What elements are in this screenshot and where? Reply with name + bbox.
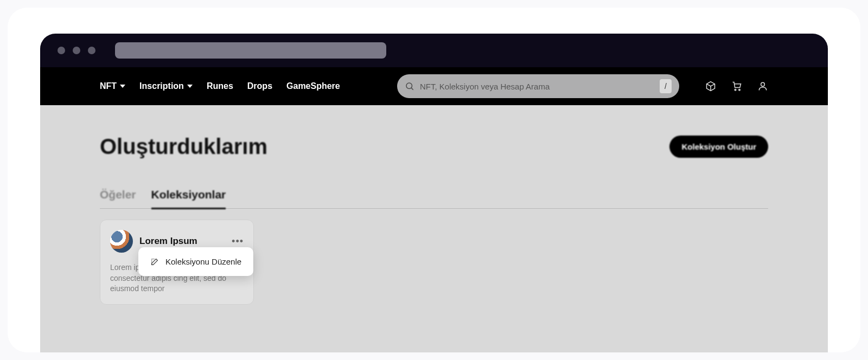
app-header: NFT Inscription Runes Drops GameSphere bbox=[40, 67, 828, 105]
header-icons bbox=[705, 81, 768, 92]
svg-point-3 bbox=[735, 89, 736, 91]
tabs: Öğeler Koleksiyonlar bbox=[100, 188, 768, 209]
box-icon[interactable] bbox=[705, 81, 716, 92]
nav-inscription[interactable]: Inscription bbox=[139, 81, 193, 91]
page-header-row: Oluşturduklarım Koleksiyon Oluştur bbox=[100, 134, 768, 159]
chevron-down-icon bbox=[187, 85, 193, 88]
search-placeholder: NFT, Koleksiyon veya Hesap Arama bbox=[420, 82, 654, 91]
nav-label: GameSphere bbox=[286, 81, 340, 91]
page-title: Oluşturduklarım bbox=[100, 134, 267, 159]
search-icon bbox=[405, 81, 414, 91]
more-icon[interactable]: ••• bbox=[232, 236, 244, 247]
nav-drops[interactable]: Drops bbox=[247, 81, 272, 91]
edit-collection-menuitem[interactable]: Koleksiyonu Düzenle bbox=[142, 250, 250, 273]
traffic-light-maximize[interactable] bbox=[88, 47, 95, 54]
collection-title: Lorem Ipsum bbox=[139, 236, 225, 247]
search-shortcut-badge: / bbox=[660, 79, 672, 93]
nav-label: NFT bbox=[100, 81, 117, 91]
svg-point-4 bbox=[739, 89, 741, 91]
nav-links: NFT Inscription Runes Drops GameSphere bbox=[100, 81, 340, 91]
create-collection-button[interactable]: Koleksiyon Oluştur bbox=[669, 136, 768, 158]
nav-gamesphere[interactable]: GameSphere bbox=[286, 81, 340, 91]
context-menu: Koleksiyonu Düzenle bbox=[138, 247, 253, 276]
collection-card[interactable]: Lorem Ipsum ••• Lorem ipsum dolor sit am… bbox=[100, 220, 254, 305]
traffic-lights bbox=[58, 47, 95, 54]
svg-point-0 bbox=[406, 83, 412, 89]
outer-frame: NFT Inscription Runes Drops GameSphere bbox=[8, 8, 860, 352]
edit-icon bbox=[150, 258, 159, 266]
nav-nft[interactable]: NFT bbox=[100, 81, 125, 91]
collection-avatar bbox=[110, 230, 133, 253]
search-input[interactable]: NFT, Koleksiyon veya Hesap Arama / bbox=[397, 74, 679, 98]
tab-collections[interactable]: Koleksiyonlar bbox=[151, 188, 226, 209]
nav-label: Inscription bbox=[139, 81, 184, 91]
nav-label: Drops bbox=[247, 81, 272, 91]
tab-items[interactable]: Öğeler bbox=[100, 188, 136, 208]
cart-icon[interactable] bbox=[731, 81, 742, 92]
url-bar[interactable] bbox=[115, 42, 386, 59]
menu-item-label: Koleksiyonu Düzenle bbox=[165, 257, 241, 266]
search-wrap: NFT, Koleksiyon veya Hesap Arama / bbox=[397, 74, 679, 98]
svg-line-1 bbox=[411, 88, 413, 89]
nav-label: Runes bbox=[207, 81, 233, 91]
window-chrome bbox=[40, 34, 828, 67]
traffic-light-minimize[interactable] bbox=[73, 47, 80, 54]
chevron-down-icon bbox=[120, 85, 125, 88]
user-icon[interactable] bbox=[757, 81, 768, 92]
nav-runes[interactable]: Runes bbox=[207, 81, 233, 91]
browser-window: NFT Inscription Runes Drops GameSphere bbox=[40, 34, 828, 352]
svg-point-5 bbox=[761, 82, 765, 86]
traffic-light-close[interactable] bbox=[58, 47, 65, 54]
page-body: Oluşturduklarım Koleksiyon Oluştur Öğele… bbox=[40, 105, 828, 352]
